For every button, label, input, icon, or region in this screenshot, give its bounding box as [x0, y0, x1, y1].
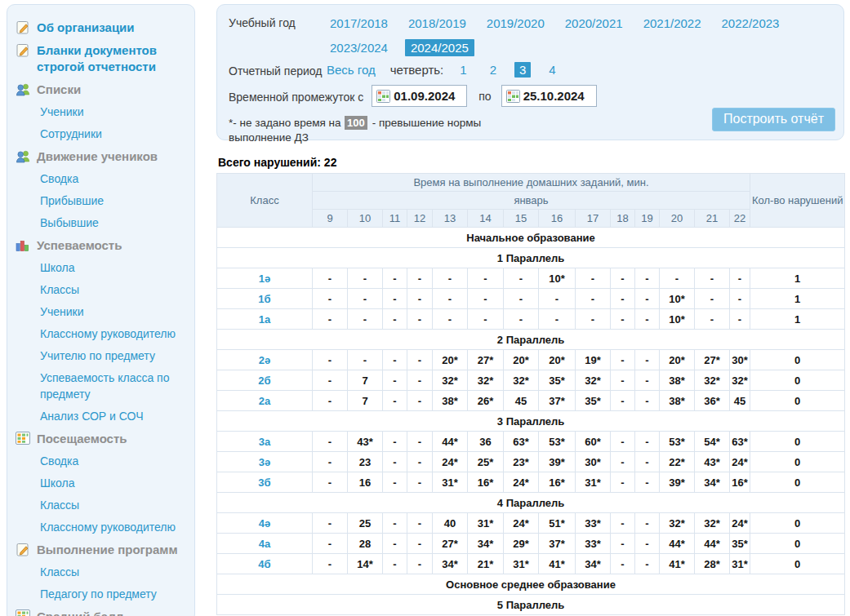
sidebar-item-link[interactable]: Педагогу по предмету: [40, 587, 157, 600]
day-value-cell: -: [313, 268, 348, 289]
day-value-cell: 37*: [539, 391, 576, 411]
class-link[interactable]: 2ә: [259, 354, 270, 366]
day-value-cell: 36: [468, 432, 504, 452]
date-to-input[interactable]: 25.10.2024: [501, 85, 597, 107]
class-link[interactable]: 4а: [259, 538, 270, 550]
class-data-row: 1ә-------10*------1: [217, 268, 845, 289]
day-value-cell: -: [433, 289, 468, 309]
day-value-cell: -: [468, 268, 504, 289]
day-header: 16: [539, 210, 576, 228]
sidebar-item-link[interactable]: Успеваемость класса по предмету: [40, 371, 169, 401]
year-option[interactable]: 2020/2021: [562, 15, 626, 32]
day-value-cell: -: [635, 350, 660, 370]
class-link[interactable]: 4б: [258, 558, 270, 570]
quarter-option[interactable]: 4: [544, 62, 560, 78]
sidebar-item-link[interactable]: Классному руководителю: [40, 521, 176, 534]
year-option[interactable]: 2017/2018: [327, 15, 391, 32]
day-value-cell: -: [313, 513, 348, 534]
day-value-cell: -: [383, 268, 407, 289]
day-value-cell: 24*: [504, 472, 539, 493]
sidebar-item-link[interactable]: Школа: [40, 261, 75, 274]
section-label: Основное среднее образование: [217, 574, 845, 595]
year-option[interactable]: 2021/2022: [640, 15, 705, 32]
sidebar-section-label: Средний балл: [37, 609, 123, 616]
day-value-cell: 53*: [660, 432, 695, 452]
sidebar-section-label: Выполнение программ: [37, 543, 178, 556]
date-from-input[interactable]: 01.09.2024: [372, 85, 467, 107]
sidebar-item-link[interactable]: Учителю по предмету: [40, 349, 155, 362]
sidebar-item-link[interactable]: Анализ СОР и СОЧ: [40, 410, 144, 423]
day-value-cell: 26*: [468, 391, 504, 411]
sidebar-item-link[interactable]: Сводка: [40, 172, 78, 185]
sidebar-item: Учителю по предмету: [14, 348, 189, 364]
day-value-cell: 39*: [539, 452, 576, 472]
sidebar-section-1[interactable]: Бланки документов строгой отчетности: [14, 42, 189, 75]
violations-cell: 0: [750, 350, 845, 370]
sidebar-item-link[interactable]: Ученики: [40, 105, 83, 118]
day-value-cell: -: [635, 472, 660, 493]
class-link[interactable]: 3ә: [259, 456, 270, 468]
class-link[interactable]: 1а: [259, 313, 270, 326]
sidebar-item-link[interactable]: Прибывшие: [40, 194, 104, 207]
calendar-icon[interactable]: [376, 90, 390, 103]
day-value-cell: 31*: [433, 472, 468, 493]
year-option[interactable]: 2024/2025: [405, 39, 474, 56]
violations-cell: 1: [750, 309, 845, 330]
quarter-option[interactable]: 1: [455, 62, 471, 78]
calendar-icon[interactable]: [506, 90, 520, 103]
sidebar-item: Классному руководителю: [14, 519, 189, 535]
sidebar-item-link[interactable]: Классы: [40, 565, 79, 578]
quarter-selector: 1234: [455, 62, 560, 78]
edit-document-icon: [16, 20, 31, 35]
day-value-cell: -: [407, 554, 433, 574]
year-option[interactable]: 2023/2024: [327, 39, 391, 56]
class-cell: 2а: [217, 391, 313, 411]
sidebar-item-link[interactable]: Классы: [40, 499, 79, 512]
day-value-cell: 38*: [660, 370, 695, 391]
sidebar-item-link[interactable]: Классному руководителю: [40, 327, 176, 340]
year-option[interactable]: 2019/2020: [483, 15, 548, 32]
day-value-cell: 27*: [695, 350, 730, 370]
class-link[interactable]: 2а: [259, 395, 270, 407]
day-value-cell: -: [313, 309, 348, 330]
class-column-header: Класс: [217, 174, 313, 228]
sidebar-item-link[interactable]: Сотрудники: [40, 127, 102, 140]
sidebar-item: Классы: [14, 564, 189, 580]
year-option[interactable]: 2022/2023: [719, 15, 783, 32]
class-link[interactable]: 3а: [259, 436, 270, 448]
class-link[interactable]: 4ә: [259, 517, 270, 530]
class-link[interactable]: 1б: [258, 293, 270, 305]
day-header: 12: [407, 210, 433, 228]
day-value-cell: 25*: [468, 452, 504, 472]
day-value-cell: -: [313, 534, 348, 554]
year-option[interactable]: 2018/2019: [405, 15, 470, 32]
sidebar-item-link[interactable]: Школа: [40, 476, 75, 490]
sidebar-section-0[interactable]: Об организации: [14, 20, 189, 36]
sidebar-item-link[interactable]: Выбывшие: [40, 216, 99, 229]
day-value-cell: 31*: [576, 472, 611, 493]
quarter-option[interactable]: 3: [514, 62, 531, 78]
day-header: 11: [383, 210, 407, 228]
day-value-cell: -: [695, 309, 730, 330]
day-value-cell: -: [313, 391, 348, 411]
date-to-value: 25.10.2024: [523, 89, 585, 103]
sidebar-item: Сводка: [14, 453, 189, 469]
build-report-button[interactable]: Построить отчёт: [712, 108, 835, 131]
day-value-cell: -: [383, 472, 407, 493]
day-value-cell: -: [504, 309, 539, 330]
day-value-cell: -: [611, 513, 635, 534]
quarter-option[interactable]: 2: [485, 62, 501, 78]
sidebar-item: Сотрудники: [14, 126, 189, 142]
day-value-cell: -: [635, 391, 660, 411]
class-cell: 3б: [217, 472, 313, 493]
sidebar-item-link[interactable]: Классы: [40, 283, 79, 296]
sidebar-item-link[interactable]: Сводка: [40, 454, 78, 468]
sidebar-item-link[interactable]: Ученики: [40, 305, 83, 318]
violations-cell: 0: [750, 391, 845, 411]
class-link[interactable]: 1ә: [259, 273, 270, 285]
class-link[interactable]: 3б: [258, 476, 270, 489]
whole-year-link[interactable]: Весь год: [327, 63, 376, 77]
day-value-cell: 16*: [468, 472, 504, 493]
class-link[interactable]: 2б: [258, 374, 270, 387]
day-value-cell: 32*: [468, 370, 504, 391]
